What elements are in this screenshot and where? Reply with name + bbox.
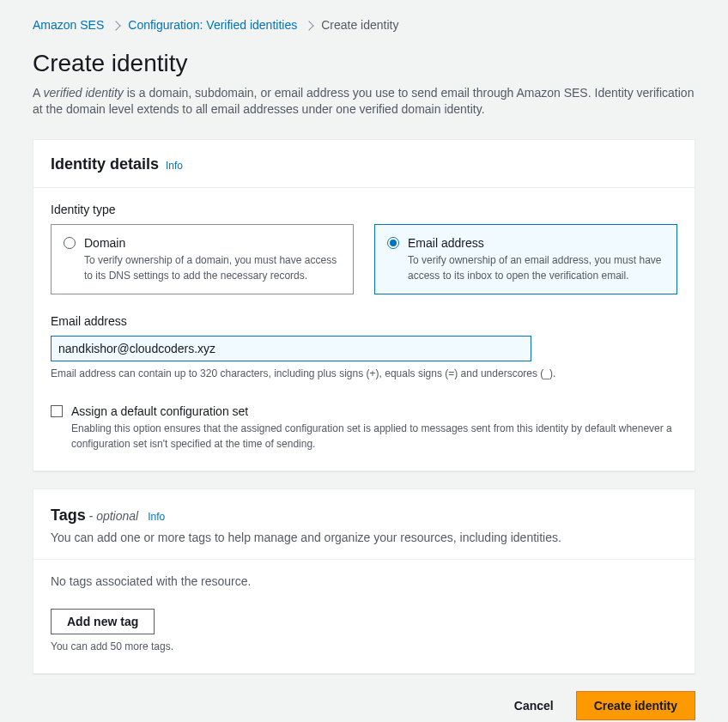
- assign-config-set-checkbox[interactable]: [51, 405, 63, 417]
- chevron-right-icon: [305, 21, 314, 30]
- tags-info-link[interactable]: Info: [148, 511, 165, 523]
- tile-title: Email address: [408, 235, 664, 252]
- chevron-right-icon: [112, 21, 121, 30]
- tags-limit-hint: You can add 50 more tags.: [51, 640, 677, 654]
- assign-config-set-hint: Enabling this option ensures that the as…: [71, 422, 677, 452]
- add-new-tag-button[interactable]: Add new tag: [51, 609, 155, 634]
- identity-type-email-tile[interactable]: Email address To verify ownership of an …: [374, 224, 677, 294]
- identity-details-panel: Identity details Info Identity type Doma…: [33, 139, 695, 471]
- identity-type-domain-tile[interactable]: Domain To verify ownership of a domain, …: [51, 224, 354, 294]
- breadcrumb-verified-identities[interactable]: Configuration: Verified identities: [128, 17, 297, 34]
- breadcrumb-current: Create identity: [321, 17, 398, 34]
- page-description: A verified identity is a domain, subdoma…: [33, 85, 695, 118]
- email-address-label: Email address: [51, 313, 677, 331]
- radio-icon: [387, 237, 399, 249]
- breadcrumb: Amazon SES Configuration: Verified ident…: [33, 17, 695, 34]
- tile-desc: To verify ownership of a domain, you mus…: [84, 253, 341, 283]
- identity-details-heading: Identity details: [51, 154, 159, 175]
- cancel-button[interactable]: Cancel: [499, 692, 569, 719]
- page-title: Create identity: [33, 46, 695, 80]
- tags-heading: Tags - optional: [51, 507, 143, 524]
- assign-config-set-label: Assign a default configuration set: [71, 403, 677, 421]
- radio-icon: [64, 237, 76, 249]
- no-tags-message: No tags associated with the resource.: [51, 573, 677, 591]
- tile-desc: To verify ownership of an email address,…: [408, 253, 664, 283]
- identity-details-info-link[interactable]: Info: [166, 159, 183, 173]
- footer-actions: Cancel Create identity: [33, 691, 695, 720]
- email-address-input[interactable]: [51, 336, 531, 361]
- create-identity-button[interactable]: Create identity: [576, 691, 695, 720]
- tags-desc: You can add one or more tags to help man…: [51, 530, 677, 547]
- identity-type-label: Identity type: [51, 202, 677, 219]
- tags-panel: Tags - optional Info You can add one or …: [33, 488, 695, 674]
- breadcrumb-root[interactable]: Amazon SES: [33, 17, 104, 34]
- tile-title: Domain: [84, 235, 341, 252]
- email-address-hint: Email address can contain up to 320 char…: [51, 367, 677, 381]
